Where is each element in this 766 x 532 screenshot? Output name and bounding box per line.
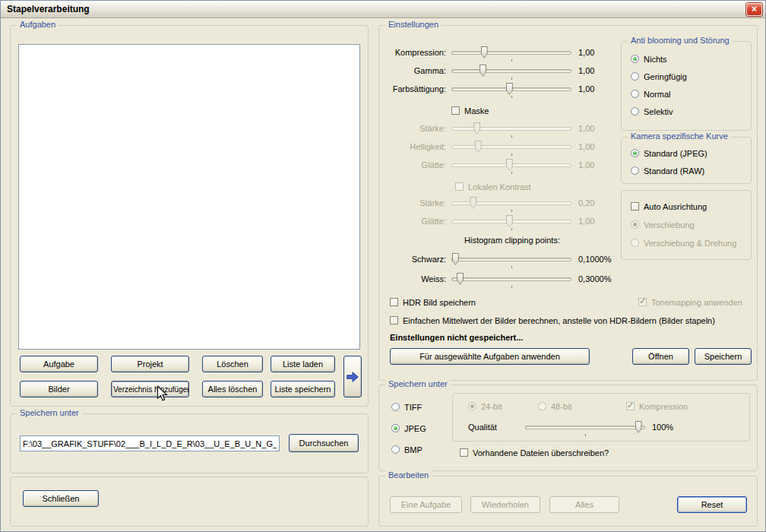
close-button[interactable]: × xyxy=(746,3,762,16)
slider-tick xyxy=(511,154,512,156)
gamma-value: 1,00 xyxy=(578,66,594,75)
slider-thumb[interactable] xyxy=(457,273,464,285)
ueberschreiben-checkbox-label: Vorhandene Dateien überschreiben? xyxy=(473,448,609,458)
kompression-slider[interactable] xyxy=(451,46,571,59)
title-bar[interactable]: Stapelverarbeitung × xyxy=(1,1,765,18)
oeffnen-button[interactable]: Öffnen xyxy=(632,348,689,365)
schliessen-button[interactable]: Schließen xyxy=(23,490,99,507)
checkbox-box xyxy=(631,202,639,211)
slider-thumb xyxy=(506,215,513,227)
schwarz-value: 0,1000% xyxy=(578,255,611,264)
slider-thumb[interactable] xyxy=(481,46,488,59)
staerke-kontrast-label: Stärke: xyxy=(379,198,446,207)
slider-thumb[interactable] xyxy=(480,65,486,77)
maske-checkbox-label: Maske xyxy=(464,106,489,116)
gamma-slider-row: Gamma: 1,00 xyxy=(379,65,634,78)
slider-tick xyxy=(511,135,512,138)
slider-thumb xyxy=(475,141,482,153)
hdr-speichern-checkbox-label: HDR Bild speichern xyxy=(403,298,476,307)
kompression-checkbox-label: Kompression xyxy=(639,402,688,411)
weiss-value: 0,3000% xyxy=(578,274,611,283)
staerke-maske-slider-row: Stärke: 1,00 xyxy=(379,122,634,135)
slider-track xyxy=(451,201,571,205)
aufgabe-button[interactable]: Aufgabe xyxy=(20,356,98,372)
lokaler-kontrast-checkbox-label: Lokalen Kontrast xyxy=(468,182,531,192)
bearbeiten-group-label: Bearbeiten xyxy=(385,470,432,480)
einstellungen-group: Einstellungen Kompression: 1,00 Gamma: 1… xyxy=(378,25,758,381)
radio-circle xyxy=(631,107,639,116)
glaette-kontrast-slider-row: Glätte: 1,00 xyxy=(379,215,634,228)
checkbox-box xyxy=(455,182,464,191)
reset-button[interactable]: Reset xyxy=(677,496,747,513)
slider-track xyxy=(525,426,645,429)
checkbox-box xyxy=(451,106,460,115)
kompression-value: 1,00 xyxy=(578,48,594,57)
bit24-label: 24-bit xyxy=(481,402,502,411)
kamera-kurve-group: Kamera spezifische Kurve Standard (JPEG)… xyxy=(621,137,752,184)
radio-circle xyxy=(631,166,639,175)
run-tasks-arrow-button[interactable] xyxy=(343,356,362,397)
save-path-input[interactable] xyxy=(20,435,280,451)
slider-track xyxy=(451,145,571,149)
helligkeit-label: Helligkeit: xyxy=(379,142,446,151)
slider-tick xyxy=(511,286,512,288)
radio-circle xyxy=(468,402,476,410)
farbsaettigung-slider[interactable] xyxy=(451,83,571,96)
slider-thumb[interactable] xyxy=(635,421,642,433)
liste-laden-button[interactable]: Liste laden xyxy=(271,356,335,372)
kamera-kurve-group-label: Kamera spezifische Kurve xyxy=(628,131,731,141)
glaette-kontrast-value: 1,00 xyxy=(578,217,594,226)
loeschen-button[interactable]: Löschen xyxy=(202,356,263,372)
arrow-right-icon xyxy=(345,369,360,385)
staerke-maske-slider xyxy=(451,122,571,135)
slider-track xyxy=(451,69,571,73)
bilder-button[interactable]: Bilder xyxy=(20,381,98,397)
radio-circle xyxy=(631,90,639,98)
speichern-unter-rechts-label: Speichern unter xyxy=(385,379,451,388)
weiss-clipping-slider[interactable] xyxy=(451,273,571,286)
liste-speichern-button[interactable]: Liste speichern xyxy=(271,381,335,397)
anwenden-button[interactable]: Für ausgewählte Aufgaben anwenden xyxy=(390,348,590,365)
task-listbox[interactable] xyxy=(18,44,360,350)
projekt-button[interactable]: Projekt xyxy=(111,356,189,372)
farbsaettigung-value: 1,00 xyxy=(578,84,594,93)
weiss-slider-row: Weiss: 0,3000% xyxy=(379,273,634,286)
checkbox-box xyxy=(626,402,635,410)
checkbox-box xyxy=(638,298,647,306)
gamma-slider[interactable] xyxy=(451,65,571,78)
weiss-label: Weiss: xyxy=(379,274,446,283)
format-tiff-label: TIFF xyxy=(404,403,422,412)
speichern-button[interactable]: Speichern xyxy=(695,348,752,365)
mittelwert-checkbox-label: Einfachen Mittelwert der Bilder berechne… xyxy=(403,316,715,325)
staerke-kontrast-value: 0,20 xyxy=(578,198,594,207)
radio-circle xyxy=(631,72,639,81)
qualitaet-slider[interactable] xyxy=(525,421,645,434)
slider-thumb[interactable] xyxy=(452,253,459,265)
checkbox-box xyxy=(390,316,398,325)
slider-track xyxy=(451,51,571,55)
bearbeiten-group: Bearbeiten Eine Aufgabe Wiederholen Alle… xyxy=(378,476,758,527)
speichern-unter-links-group: Speichern unter Durchsuchen xyxy=(10,413,369,473)
radio-circle xyxy=(391,403,400,411)
slider-track xyxy=(451,258,571,261)
eine-aufgabe-button: Eine Aufgabe xyxy=(390,496,462,513)
bottom-left-group: Schließen xyxy=(10,477,369,527)
checkbox-box xyxy=(460,448,468,457)
radio-circle xyxy=(631,220,639,229)
alles-loeschen-button[interactable]: Alles löschen xyxy=(202,381,263,397)
farbsaettigung-slider-row: Farbsättigung: 1,00 xyxy=(379,83,634,96)
gamma-label: Gamma: xyxy=(379,66,446,75)
helligkeit-slider-row: Helligkeit: 1,00 xyxy=(379,141,634,154)
ausrichtung-group: Auto Ausrichtung Verschiebung Verschiebu… xyxy=(621,190,752,260)
schwarz-clipping-slider[interactable] xyxy=(451,253,571,266)
antiblooming-normal-label: Normal xyxy=(644,90,670,99)
slider-tick xyxy=(511,78,512,80)
slider-thumb[interactable] xyxy=(506,83,513,95)
format-bmp-label: BMP xyxy=(404,445,423,454)
durchsuchen-button[interactable]: Durchsuchen xyxy=(289,434,359,452)
anti-blooming-group: Anti blooming und Störung Nichts Geringf… xyxy=(621,41,752,131)
verzeichnis-hinzufuegen-button[interactable]: Verzeichnis hinzufügen xyxy=(111,381,189,397)
helligkeit-value: 1,00 xyxy=(578,142,594,151)
glaette-maske-slider-row: Glätte: 1,00 xyxy=(379,159,634,172)
schwarz-slider-row: Schwarz: 0,1000% xyxy=(379,253,634,266)
